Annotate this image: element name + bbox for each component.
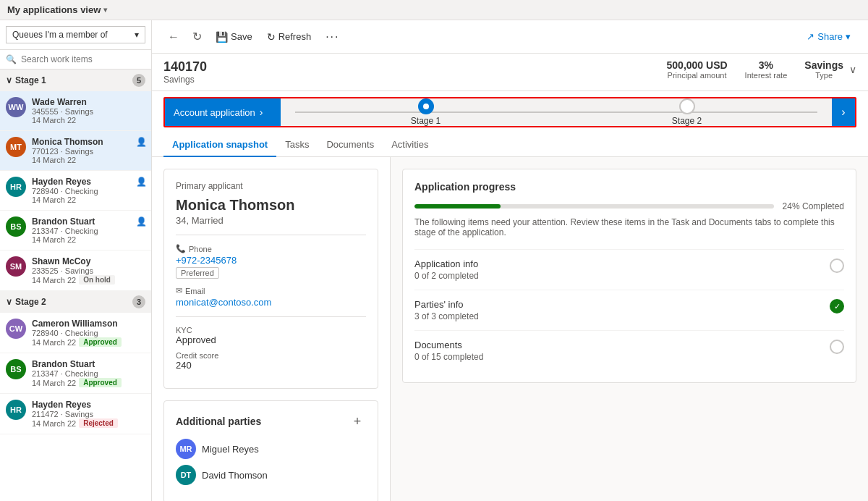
expand-icon[interactable]: ∨ [849, 64, 856, 75]
progress-item-sub: 0 of 2 completed [414, 271, 830, 281]
list-item-shawn-mccoy[interactable]: SM Shawn McCoy 233525 · Savings 14 March… [0, 250, 151, 291]
item-date: 14 March 22 Approved [32, 378, 145, 387]
list-item-monica-thomson[interactable]: MT Monica Thomson 770123 · Savings 14 Ma… [0, 131, 151, 171]
list-item-hayden-reyes-2[interactable]: HR Hayden Reyes 211472 · Savings 14 Marc… [0, 394, 151, 434]
savings-type-label: Type [804, 71, 843, 80]
tab-application-snapshot[interactable]: Application snapshot [163, 133, 276, 157]
item-sub: 211472 · Savings [32, 410, 145, 418]
primary-applicant-label: Primary applicant [176, 181, 366, 191]
account-application-button[interactable]: Account application › [165, 98, 281, 126]
item-sub: 728940 · Checking [32, 187, 145, 195]
item-name: Monica Thomson [32, 137, 145, 147]
item-sub: 213347 · Checking [32, 369, 145, 378]
search-icon: 🔍 [6, 54, 17, 64]
progress-title: Application progress [414, 181, 844, 193]
email-value[interactable]: monicat@contoso.com [176, 297, 366, 308]
search-box: 🔍 [0, 50, 151, 70]
stage2-header[interactable]: ∨ Stage 2 3 [0, 291, 151, 313]
item-sub: 770123 · Savings [32, 147, 145, 156]
avatar: HR [6, 177, 26, 197]
status-badge: Approved [79, 378, 122, 387]
list-item-hayden-reyes[interactable]: HR Hayden Reyes 728940 · Checking 14 Mar… [0, 171, 151, 211]
item-name: Cameron Williamson [32, 319, 145, 329]
queue-dropdown[interactable]: Queues I'm a member of ▾ [6, 26, 145, 43]
phone-value[interactable]: +972-2345678 [176, 255, 366, 266]
principal-label: Principal amount [667, 71, 728, 80]
email-row: ✉ Email monicat@contoso.com [176, 286, 366, 308]
progress-bar-fill [414, 204, 501, 209]
item-date: 14 March 22 [32, 156, 145, 164]
avatar: MT [6, 137, 26, 157]
item-date: 14 March 22 [32, 195, 145, 204]
status-badge: Approved [79, 337, 122, 347]
list-item-cameron-williamson[interactable]: CW Cameron Williamson 728940 · Checking … [0, 313, 151, 353]
search-input[interactable] [21, 54, 145, 64]
email-icon: ✉ [176, 286, 182, 295]
item-name: Brandon Stuart [32, 359, 145, 369]
refresh-icon: ↻ [267, 31, 276, 43]
progress-item-sub: 3 of 3 completed [414, 311, 830, 321]
list-item-brandon-stuart-1[interactable]: BS Brandon Stuart 213347 · Checking 14 M… [0, 211, 151, 250]
save-button[interactable]: 💾 Save [210, 28, 258, 46]
avatar: MR [176, 439, 196, 459]
email-label: ✉ Email [176, 286, 366, 295]
stage1-header[interactable]: ∨ Stage 1 5 [0, 70, 151, 91]
right-panel: Application progress 24% Completed The f… [391, 157, 868, 501]
list-item-brandon-stuart-2[interactable]: BS Brandon Stuart 213347 · Checking 14 M… [0, 353, 151, 394]
tab-documents[interactable]: Documents [318, 133, 383, 157]
tab-tasks[interactable]: Tasks [276, 133, 318, 157]
progress-bar-container: 24% Completed [414, 201, 844, 211]
share-icon: ↗ [807, 31, 814, 42]
refresh-label: Refresh [278, 31, 312, 42]
kyc-label: KYC [176, 326, 366, 334]
additional-parties-header: Additional parties + [176, 413, 366, 430]
avatar: CW [6, 319, 26, 339]
app-container: My applications view ▾ Queues I'm a memb… [0, 0, 868, 501]
item-date: 14 March 22 Approved [32, 337, 145, 347]
item-name: Shawn McCoy [32, 256, 145, 266]
interest-rate-item: 3% Interest rate [745, 59, 788, 80]
stage-navigator: Account application › Stage 1 Stage 2 › [163, 97, 856, 127]
sidebar: Queues I'm a member of ▾ 🔍 ∨ Stage 1 5 W… [0, 20, 152, 501]
refresh-button[interactable]: ↻ Refresh [261, 28, 318, 46]
stage-line [295, 111, 817, 113]
content-area: ← ↻ 💾 Save ↻ Refresh ··· ↗ Share ▾ [152, 20, 868, 501]
progress-item-icon-done: ✓ [830, 299, 844, 313]
progress-item-app-info: Application info 0 of 2 completed [414, 249, 844, 290]
avatar: BS [6, 359, 26, 379]
tab-activities[interactable]: Activities [383, 133, 437, 157]
back-button[interactable]: ← [163, 27, 184, 47]
item-sub: 213347 · Checking [32, 227, 145, 235]
progress-item-name: Application info [414, 258, 830, 269]
list-item-wade-warren[interactable]: WW Wade Warren 345555 · Savings 14 March… [0, 91, 151, 131]
divider [176, 316, 366, 317]
item-date: 14 March 22 Rejected [32, 418, 145, 428]
status-badge: Rejected [79, 418, 118, 428]
save-label: Save [231, 31, 252, 42]
app-title-area[interactable]: My applications view ▾ [7, 4, 107, 15]
progress-item-sub: 0 of 15 completed [414, 352, 830, 362]
item-name: Brandon Stuart [32, 216, 145, 227]
stage2-chevron-icon: ∨ [6, 297, 12, 307]
phone-label: 📞 Phone [176, 244, 366, 253]
kyc-row: KYC Approved [176, 326, 366, 345]
progress-item-documents: Documents 0 of 15 completed [414, 330, 844, 371]
stage-nav-next-button[interactable]: › [832, 98, 855, 126]
person-icon: 👤 [136, 137, 147, 147]
forward-button[interactable]: ↻ [187, 27, 207, 47]
avatar: WW [6, 97, 26, 117]
stage2-step-label: Stage 2 [672, 116, 702, 126]
applicant-details: 34, Married [176, 215, 366, 226]
person-icon: 👤 [136, 177, 147, 187]
item-sub: 233525 · Savings [32, 266, 145, 275]
add-party-button[interactable]: + [349, 413, 366, 430]
stage2-circle [679, 98, 695, 114]
avatar: DT [176, 465, 196, 485]
more-button[interactable]: ··· [320, 28, 345, 46]
stage-nav-chevron-icon: › [260, 106, 263, 118]
additional-parties-title: Additional parties [176, 416, 261, 427]
main-layout: Queues I'm a member of ▾ 🔍 ∨ Stage 1 5 W… [0, 20, 868, 501]
progress-pct-label: 24% Completed [783, 201, 844, 211]
share-button[interactable]: ↗ Share ▾ [801, 28, 856, 45]
savings-type-value: Savings [804, 59, 843, 71]
